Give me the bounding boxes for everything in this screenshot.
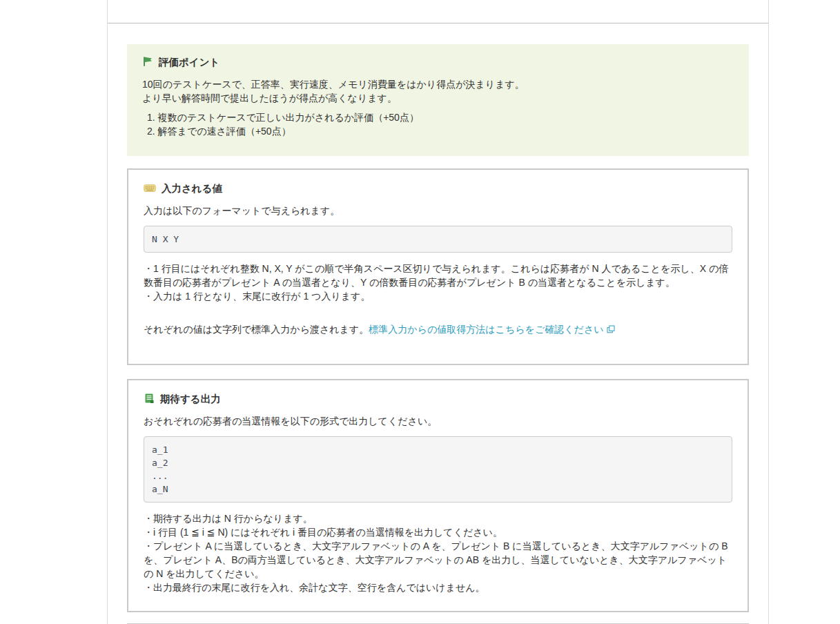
evaluation-line-1: 10回のテストケースで、正答率、実行速度、メモリ消費量をはかり得点が決まります。 (142, 77, 734, 91)
stdin-help-link-label: 標準入力からの値取得方法はこちらをご確認ください (369, 324, 603, 335)
input-title: 入力される値 (162, 182, 222, 195)
problem-panel: 評価ポイント 10回のテストケースで、正答率、実行速度、メモリ消費量をはかり得点… (107, 0, 769, 624)
output-intro: おそれぞれの応募者の当選情報を以下の形式で出力してください。 (144, 414, 732, 428)
evaluation-item-2: 2. 解答までの速さ評価（+50点） (142, 124, 734, 138)
flag-icon (142, 56, 153, 69)
input-notes: ・1 行目にはそれぞれ整数 N, X, Y がこの順で半角スペース区切りで与えら… (144, 262, 732, 303)
evaluation-item-1: 1. 複数のテストケースで正しい出力がされるか評価（+50点） (142, 110, 734, 124)
output-format-code: a_1 a_2 ... a_N (144, 436, 732, 503)
section-input-values: 入力される値 入力は以下のフォーマットで与えられます。 N X Y ・1 行目に… (127, 168, 749, 365)
output-note-3: ・プレゼント A に当選しているとき、大文字アルファベットの A を、プレゼント… (144, 539, 732, 581)
input-intro: 入力は以下のフォーマットで与えられます。 (144, 204, 732, 217)
problem-content: 評価ポイント 10回のテストケースで、正答率、実行速度、メモリ消費量をはかり得点… (108, 23, 768, 624)
evaluation-title: 評価ポイント (159, 56, 219, 69)
evaluation-line-2: より早い解答時間で提出したほうが得点が高くなります。 (142, 91, 734, 105)
stdin-help-link[interactable]: 標準入力からの値取得方法はこちらをご確認ください (369, 324, 614, 335)
input-heading: 入力される値 (144, 182, 732, 195)
stdin-note-line: それぞれの値は文字列で標準入力から渡されます。標準入力からの値取得方法はこちらを… (144, 322, 732, 336)
stdin-note-text: それぞれの値は文字列で標準入力から渡されます。 (144, 324, 369, 335)
output-title: 期待する出力 (160, 393, 221, 406)
output-heading: 期待する出力 (144, 393, 732, 406)
output-note-4: ・出力最終行の末尾に改行を入れ、余計な文字、空行を含んではいけません。 (144, 581, 732, 594)
evaluation-heading: 評価ポイント (142, 56, 734, 69)
evaluation-list: 1. 複数のテストケースで正しい出力がされるか評価（+50点） 2. 解答までの… (142, 110, 734, 138)
input-format-code: N X Y (144, 226, 732, 253)
output-note-1: ・期待する出力は N 行からなります。 (144, 511, 732, 525)
keyboard-icon (144, 182, 156, 195)
document-icon (144, 393, 155, 406)
output-notes: ・期待する出力は N 行からなります。 ・i 行目 (1 ≦ i ≦ N) には… (144, 511, 732, 594)
external-link-icon (604, 324, 615, 335)
input-note-1: ・1 行目にはそれぞれ整数 N, X, Y がこの順で半角スペース区切りで与えら… (144, 262, 732, 289)
input-note-2: ・入力は 1 行となり、末尾に改行が 1 つ入ります。 (144, 289, 732, 303)
output-note-2: ・i 行目 (1 ≦ i ≦ N) にはそれぞれ i 番目の応募者の当選情報を出… (144, 525, 732, 539)
section-evaluation-points: 評価ポイント 10回のテストケースで、正答率、実行速度、メモリ消費量をはかり得点… (127, 44, 749, 156)
panel-top-divider (108, 0, 768, 23)
section-expected-output: 期待する出力 おそれぞれの応募者の当選情報を以下の形式で出力してください。 a_… (127, 379, 749, 612)
